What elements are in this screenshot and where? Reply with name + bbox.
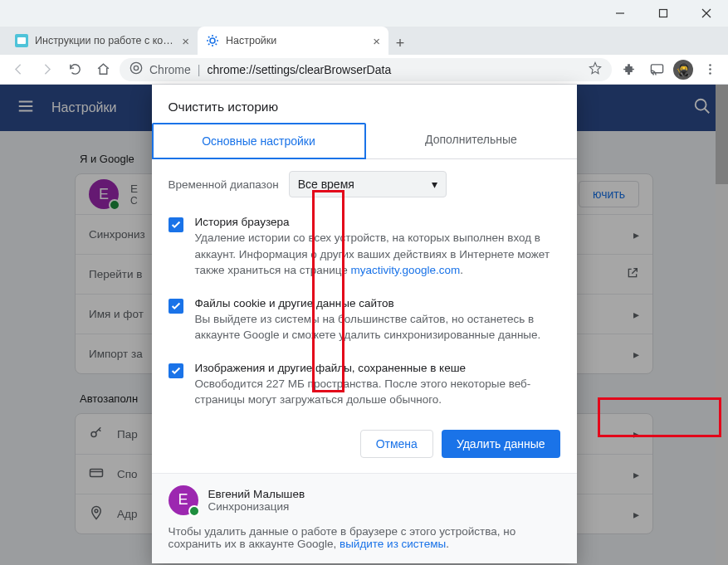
- bookmark-star-icon[interactable]: [589, 61, 602, 77]
- tab-title: Инструкции по работе с компь: [35, 35, 175, 46]
- window-close-button[interactable]: [691, 2, 721, 25]
- tab-strip: Инструкции по работе с компь × Настройки…: [0, 27, 728, 55]
- tab-basic[interactable]: Основные настройки: [152, 123, 366, 159]
- url-scheme: Chrome: [149, 63, 191, 76]
- sign-out-link[interactable]: выйдите из системы: [340, 538, 446, 550]
- svg-rect-1: [660, 10, 667, 17]
- svg-point-8: [134, 66, 138, 70]
- checkbox-cache[interactable]: [169, 363, 183, 378]
- svg-point-6: [210, 38, 215, 43]
- reload-button[interactable]: [63, 58, 86, 81]
- svg-point-10: [709, 64, 711, 66]
- tab-title: Настройки: [226, 35, 366, 46]
- home-button[interactable]: [91, 58, 115, 81]
- tab-favicon-icon: [15, 34, 28, 47]
- tab-favicon-gear-icon: [206, 34, 219, 47]
- dialog-title: Очистить историю: [152, 85, 577, 123]
- option-description: Вы выйдете из системы на большинстве сай…: [195, 311, 560, 343]
- svg-rect-9: [651, 65, 662, 73]
- sync-badge-icon: [188, 505, 200, 517]
- option-cache: Изображения и другие файлы, сохраненные …: [169, 355, 560, 420]
- checkbox-cookies[interactable]: [169, 299, 183, 314]
- dialog-actions: Отмена Удалить данные: [152, 425, 577, 473]
- cancel-button[interactable]: Отмена: [360, 430, 433, 458]
- svg-point-11: [709, 68, 711, 71]
- window-maximize-button[interactable]: [648, 2, 678, 25]
- myactivity-link[interactable]: myactivity.google.com: [351, 264, 461, 276]
- browser-tab-inactive[interactable]: Инструкции по работе с компь ×: [7, 27, 198, 55]
- checkbox-history[interactable]: [169, 217, 183, 232]
- settings-page: Настройки Я и Google Е ЕС ючить Синхрони…: [0, 85, 728, 565]
- option-title: История браузера: [195, 216, 560, 228]
- forward-button[interactable]: [35, 58, 58, 81]
- option-title: Файлы cookie и другие данные сайтов: [195, 297, 560, 309]
- address-bar[interactable]: Chrome | chrome://settings/clearBrowserD…: [120, 58, 612, 81]
- window-minimize-button[interactable]: [605, 2, 635, 25]
- extensions-button[interactable]: [617, 58, 640, 81]
- profile-avatar[interactable]: 🥷: [673, 60, 693, 80]
- user-name: Евгений Малышев: [208, 488, 305, 500]
- menu-button[interactable]: [698, 58, 721, 81]
- option-description: Освободится 227 МБ пространства. После э…: [195, 376, 560, 408]
- footer-user: Е Евгений Малышев Синхронизация: [169, 485, 560, 515]
- option-history: История браузера Удаление истории со все…: [169, 209, 560, 290]
- browser-toolbar: Chrome | chrome://settings/clearBrowserD…: [0, 55, 728, 85]
- window-titlebar: [0, 0, 728, 27]
- clear-data-button[interactable]: Удалить данные: [442, 430, 560, 458]
- user-sync-status: Синхронизация: [208, 500, 305, 513]
- chevron-down-icon: ▾: [432, 178, 437, 191]
- dialog-body: Временной диапазон Все время ▾ История б…: [152, 159, 577, 425]
- browser-tab-active[interactable]: Настройки ×: [198, 27, 388, 55]
- footer-text: Чтобы удалить данные о работе в браузере…: [169, 525, 560, 550]
- tab-advanced[interactable]: Дополнительные: [366, 123, 577, 158]
- option-title: Изображения и другие файлы, сохраненные …: [195, 362, 560, 374]
- option-cookies: Файлы cookie и другие данные сайтов Вы в…: [169, 290, 560, 355]
- svg-point-12: [709, 72, 711, 75]
- option-description: Удаление истории со всех устройств, на к…: [195, 230, 560, 279]
- clear-data-dialog: Очистить историю Основные настройки Допо…: [152, 85, 577, 563]
- tab-close-icon[interactable]: ×: [182, 34, 189, 48]
- cast-button[interactable]: [645, 58, 668, 81]
- footer-avatar: Е: [169, 485, 198, 515]
- range-label: Временной диапазон: [169, 178, 279, 191]
- tab-close-icon[interactable]: ×: [373, 34, 380, 48]
- svg-point-7: [130, 62, 141, 73]
- back-button[interactable]: [7, 58, 30, 81]
- dialog-tabs: Основные настройки Дополнительные: [152, 123, 577, 159]
- chrome-scheme-icon: [129, 61, 143, 77]
- svg-rect-5: [17, 37, 26, 44]
- time-range-select[interactable]: Все время ▾: [289, 171, 447, 197]
- url-text: chrome://settings/clearBrowserData: [207, 63, 391, 76]
- dialog-footer: Е Евгений Малышев Синхронизация Чтобы уд…: [152, 473, 577, 563]
- new-tab-button[interactable]: +: [388, 32, 412, 55]
